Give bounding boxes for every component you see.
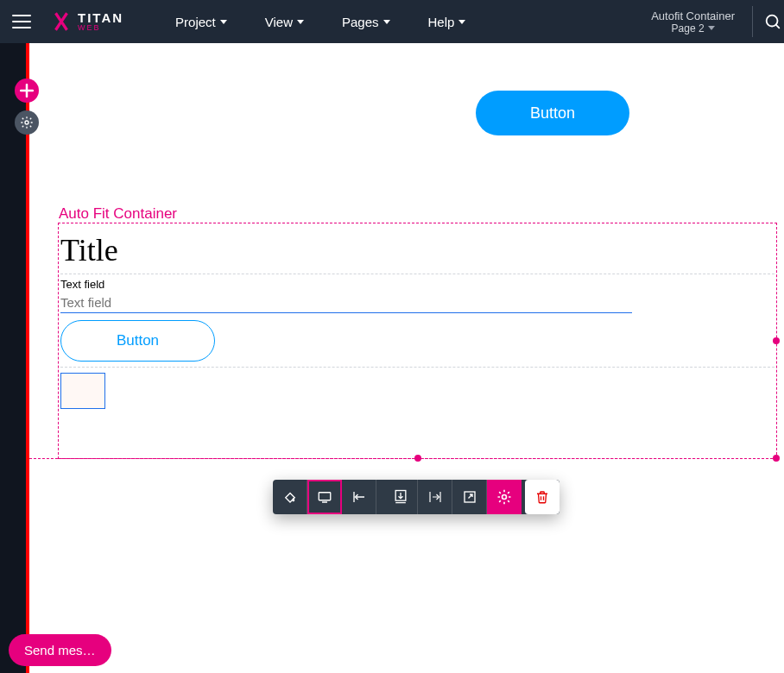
search-icon[interactable] <box>762 12 784 31</box>
resize-handle-east[interactable] <box>773 337 780 344</box>
chat-label: Send mes… <box>24 643 96 657</box>
menu-view[interactable]: View <box>246 0 323 43</box>
svg-point-1 <box>25 121 28 124</box>
svg-point-5 <box>503 495 507 500</box>
design-canvas[interactable]: Button Auto Fit Container Title Text fie… <box>29 43 784 673</box>
container-label: Auto Fit Container <box>59 205 177 223</box>
chevron-down-icon <box>297 20 304 24</box>
text-field-input[interactable] <box>60 292 632 313</box>
svg-rect-2 <box>319 493 331 500</box>
chevron-down-icon <box>383 20 390 24</box>
breadcrumb-page: Page 2 <box>672 22 705 35</box>
menu-label: Pages <box>342 15 379 29</box>
chevron-down-icon <box>708 26 715 30</box>
menu-label: View <box>265 15 293 29</box>
menu-label: Help <box>428 15 455 29</box>
menu-help[interactable]: Help <box>409 0 485 43</box>
title-text[interactable]: Title <box>60 232 775 274</box>
button-label: Button <box>117 332 159 349</box>
topbar: TITAN WEB Project View Pages Help Autofi… <box>0 0 784 43</box>
autofit-container[interactable]: Title Text field Button <box>58 223 777 459</box>
main-menu: Project View Pages Help <box>156 0 484 43</box>
settings-button[interactable] <box>15 110 39 135</box>
strip-element[interactable] <box>60 373 105 409</box>
menu-label: Project <box>175 15 216 29</box>
chat-button[interactable]: Send mes… <box>9 634 111 666</box>
align-bottom-icon[interactable] <box>383 480 418 514</box>
brand-name: TITAN <box>78 11 123 24</box>
chevron-down-icon <box>220 20 227 24</box>
distribute-icon[interactable] <box>418 480 452 514</box>
guide-line <box>29 458 777 459</box>
open-external-icon[interactable] <box>452 480 487 514</box>
brand-logo[interactable]: TITAN WEB <box>43 10 130 33</box>
add-button[interactable] <box>15 79 39 103</box>
menu-pages[interactable]: Pages <box>323 0 409 43</box>
brand-sub: WEB <box>78 24 123 32</box>
left-sidebar <box>0 43 26 673</box>
button-label: Button <box>530 104 575 123</box>
fill-icon[interactable] <box>273 480 307 514</box>
breadcrumb-title: Autofit Container <box>651 9 735 22</box>
breadcrumb[interactable]: Autofit Container Page 2 <box>651 9 743 35</box>
menu-project[interactable]: Project <box>156 0 246 43</box>
trash-icon[interactable] <box>525 480 560 514</box>
align-left-icon[interactable] <box>342 480 376 514</box>
gear-icon[interactable] <box>487 480 522 514</box>
element-toolbar <box>273 480 560 514</box>
chevron-down-icon <box>458 20 465 24</box>
screen-icon[interactable] <box>307 480 342 514</box>
primary-button[interactable]: Button <box>476 91 629 135</box>
divider <box>752 6 753 37</box>
hamburger-icon[interactable] <box>0 15 43 28</box>
field-label: Text field <box>60 274 775 292</box>
secondary-button[interactable]: Button <box>60 320 215 362</box>
